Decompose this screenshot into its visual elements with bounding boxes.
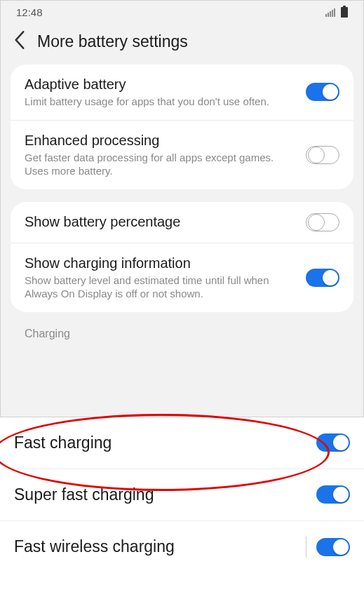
enhanced-title: Enhanced processing	[25, 132, 296, 149]
adaptive-sub: Limit battery usage for apps that you do…	[25, 95, 296, 109]
signal-icon	[325, 8, 335, 17]
percentage-title: Show battery percentage	[25, 213, 296, 231]
adaptive-title: Adaptive battery	[25, 76, 296, 93]
fast-title: Fast charging	[14, 433, 316, 453]
enhanced-toggle[interactable]	[306, 146, 339, 164]
back-icon[interactable]	[13, 31, 26, 52]
row-adaptive-battery[interactable]: Adaptive battery Limit battery usage for…	[11, 65, 353, 120]
percentage-toggle[interactable]	[306, 213, 339, 231]
superfast-title: Super fast charging	[14, 485, 316, 505]
divider	[306, 537, 306, 558]
charginfo-toggle[interactable]	[306, 269, 339, 287]
card-battery-opts: Adaptive battery Limit battery usage for…	[11, 65, 353, 189]
row-fast-charging[interactable]: Fast charging	[0, 417, 364, 469]
enhanced-sub: Get faster data processing for all apps …	[25, 151, 296, 178]
status-bar: 12:48	[1, 1, 363, 21]
adaptive-toggle[interactable]	[306, 83, 339, 101]
charginfo-title: Show charging information	[25, 255, 296, 272]
header: More battery settings	[1, 21, 363, 65]
card-display-opts: Show battery percentage Show charging in…	[11, 202, 353, 312]
charginfo-sub: Show battery level and estimated time un…	[25, 274, 296, 301]
page-title: More battery settings	[37, 32, 188, 51]
charging-section: Fast charging Super fast charging Fast w…	[0, 417, 364, 599]
row-battery-percentage[interactable]: Show battery percentage	[11, 202, 353, 243]
fast-toggle[interactable]	[316, 433, 350, 452]
row-super-fast-charging[interactable]: Super fast charging	[0, 469, 364, 521]
row-enhanced-processing[interactable]: Enhanced processing Get faster data proc…	[11, 120, 353, 189]
superfast-toggle[interactable]	[316, 485, 350, 504]
row-charging-info[interactable]: Show charging information Show battery l…	[11, 243, 353, 312]
section-charging-label: Charging	[1, 325, 363, 340]
status-time: 12:48	[16, 6, 43, 18]
wireless-title: Fast wireless charging	[14, 537, 306, 557]
row-fast-wireless-charging[interactable]: Fast wireless charging	[0, 521, 364, 573]
wireless-toggle[interactable]	[316, 538, 350, 556]
battery-icon	[341, 7, 348, 18]
